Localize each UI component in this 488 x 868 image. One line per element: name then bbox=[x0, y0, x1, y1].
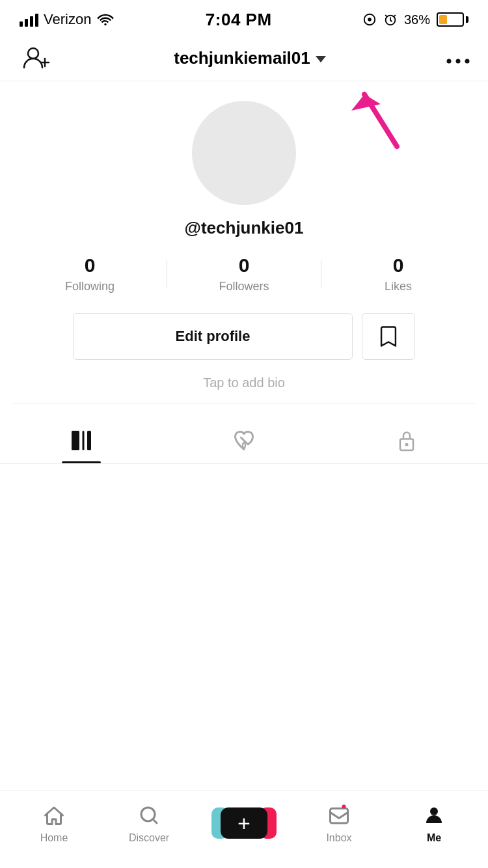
svg-point-8 bbox=[465, 59, 469, 63]
status-left: Verizon bbox=[20, 11, 115, 28]
arrow-annotation bbox=[345, 81, 436, 153]
nav-header: techjunkiemail01 bbox=[0, 36, 488, 81]
nav-item-me[interactable]: Me bbox=[386, 802, 481, 844]
home-label: Home bbox=[40, 832, 68, 844]
likes-count: 0 bbox=[393, 254, 404, 277]
signal-icon bbox=[20, 12, 38, 27]
me-icon bbox=[420, 802, 448, 829]
tab-private[interactable] bbox=[325, 417, 488, 463]
bottom-nav: Home Discover + Inb bbox=[0, 790, 488, 868]
nav-item-inbox[interactable]: Inbox bbox=[291, 802, 386, 844]
likes-label: Likes bbox=[385, 280, 412, 293]
content-tabs bbox=[0, 417, 488, 464]
svg-rect-12 bbox=[87, 431, 91, 450]
status-bar: Verizon 7:04 PM 36% bbox=[0, 0, 488, 36]
location-icon bbox=[362, 12, 377, 27]
followers-stat[interactable]: 0 Followers bbox=[167, 254, 321, 293]
username-dropdown[interactable]: techjunkiemail01 bbox=[174, 48, 326, 68]
svg-point-7 bbox=[455, 59, 460, 63]
profile-section: @techjunkie01 0 Following 0 Followers 0 … bbox=[0, 81, 488, 417]
tab-videos[interactable] bbox=[0, 417, 163, 463]
avatar bbox=[192, 101, 296, 205]
status-right: 36% bbox=[362, 12, 468, 27]
me-label: Me bbox=[427, 832, 441, 844]
followers-count: 0 bbox=[239, 254, 250, 277]
inbox-label: Inbox bbox=[326, 832, 351, 844]
svg-point-15 bbox=[405, 442, 409, 446]
nav-item-discover[interactable]: Discover bbox=[102, 802, 197, 844]
alarm-icon bbox=[383, 12, 398, 27]
action-buttons: Edit profile bbox=[13, 313, 475, 360]
following-count: 0 bbox=[85, 254, 96, 277]
content-area bbox=[0, 464, 488, 698]
battery-percent: 36% bbox=[404, 12, 430, 27]
home-icon bbox=[40, 802, 68, 829]
followers-label: Followers bbox=[219, 280, 269, 293]
svg-point-3 bbox=[28, 48, 38, 59]
following-label: Following bbox=[65, 280, 115, 293]
profile-username: @techjunkie01 bbox=[185, 218, 304, 238]
svg-point-6 bbox=[446, 59, 451, 63]
svg-point-19 bbox=[342, 805, 346, 809]
stats-row: 0 Following 0 Followers 0 Likes bbox=[13, 254, 475, 293]
add-user-button[interactable] bbox=[18, 40, 53, 77]
discover-icon bbox=[135, 802, 163, 829]
tab-liked[interactable] bbox=[163, 417, 325, 463]
svg-marker-9 bbox=[351, 94, 381, 111]
dropdown-arrow-icon bbox=[316, 56, 326, 62]
section-divider bbox=[13, 403, 475, 404]
svg-point-16 bbox=[141, 807, 155, 821]
inbox-icon bbox=[325, 802, 353, 829]
wifi-icon bbox=[96, 12, 115, 27]
svg-point-1 bbox=[368, 18, 372, 21]
svg-point-20 bbox=[430, 807, 438, 815]
more-options-button[interactable] bbox=[446, 48, 470, 69]
bio-text[interactable]: Tap to add bio bbox=[203, 375, 285, 390]
likes-stat[interactable]: 0 Likes bbox=[321, 254, 475, 293]
svg-rect-11 bbox=[83, 431, 85, 450]
edit-profile-button[interactable]: Edit profile bbox=[73, 313, 353, 360]
status-time: 7:04 PM bbox=[206, 10, 272, 30]
header-username: techjunkiemail01 bbox=[174, 48, 310, 68]
discover-label: Discover bbox=[129, 832, 169, 844]
following-stat[interactable]: 0 Following bbox=[13, 254, 167, 293]
carrier-label: Verizon bbox=[44, 11, 91, 28]
nav-item-home[interactable]: Home bbox=[7, 802, 102, 844]
bookmark-button[interactable] bbox=[362, 313, 415, 360]
svg-rect-10 bbox=[72, 431, 79, 450]
battery-icon bbox=[437, 12, 468, 27]
svg-rect-17 bbox=[331, 809, 348, 824]
nav-item-create[interactable]: + bbox=[197, 806, 291, 841]
